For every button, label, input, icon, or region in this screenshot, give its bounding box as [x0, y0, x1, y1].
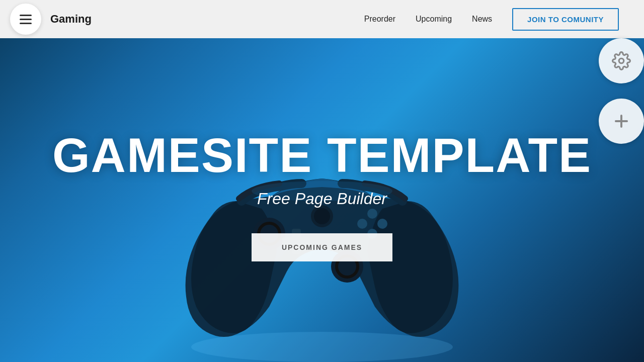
hero-subtitle: Free Page Builder	[52, 190, 592, 208]
menu-button[interactable]	[10, 4, 41, 35]
nav-news[interactable]: News	[472, 15, 492, 24]
main-nav: Preorder Upcoming News JOIN TO COMUNITY	[364, 8, 619, 31]
gear-icon	[612, 51, 631, 70]
plus-icon	[612, 112, 631, 131]
header: Gaming Preorder Upcoming News JOIN TO CO…	[0, 0, 644, 38]
nav-preorder[interactable]: Preorder	[364, 15, 395, 24]
nav-upcoming[interactable]: Upcoming	[416, 15, 452, 24]
join-community-button[interactable]: JOIN TO COMUNITY	[512, 8, 619, 31]
upcoming-games-button[interactable]: UPCOMING GAMES	[252, 233, 392, 261]
hero-content: GAMESITE TEMPLATE Free Page Builder UPCO…	[52, 131, 592, 261]
add-fab-button[interactable]	[599, 99, 644, 144]
settings-fab-button[interactable]	[599, 38, 644, 83]
menu-bar-2	[20, 19, 32, 20]
menu-bar-1	[20, 15, 32, 16]
hero-title: GAMESITE TEMPLATE	[52, 131, 592, 179]
svg-point-16	[619, 58, 624, 63]
menu-bar-3	[20, 23, 32, 24]
site-logo: Gaming	[50, 13, 92, 26]
svg-point-0	[191, 332, 453, 362]
hero-section: GAMESITE TEMPLATE Free Page Builder UPCO…	[0, 0, 644, 362]
